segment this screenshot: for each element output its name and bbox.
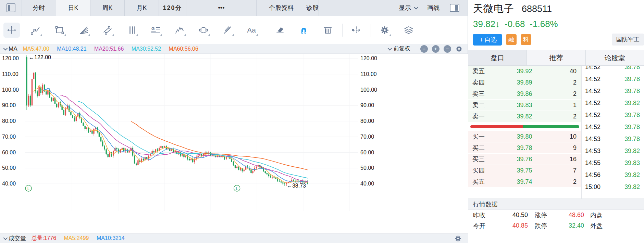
buy-level-row[interactable]: 买三 39.76 16: [468, 154, 581, 165]
sell-level-row[interactable]: 卖一 39.82 2: [468, 111, 581, 122]
zigzag-tool-button[interactable]: [171, 23, 188, 38]
md-value: 48.60: [553, 212, 584, 219]
period-tab[interactable]: 分时: [22, 0, 56, 16]
tick-price: 39.82: [624, 148, 640, 155]
volume-name[interactable]: 成交量: [9, 234, 26, 242]
move-tool-button[interactable]: [3, 23, 20, 38]
tick-price: 39.82: [624, 171, 640, 179]
level-price: 39.75: [492, 167, 557, 174]
period-tab[interactable]: 诊股: [306, 0, 319, 16]
dropdown-corner: [160, 34, 162, 36]
tick-row: 14:55 39.83: [582, 157, 644, 169]
tick-row: 14:52 39.78: [582, 73, 644, 85]
eraser-tool-button[interactable]: [272, 23, 288, 38]
stock-app: 分时 日K 周K 月K 120分: [0, 0, 644, 243]
layout-toggle-button[interactable]: [0, 0, 22, 16]
period-tab[interactable]: 个股资料: [257, 0, 306, 16]
sell-level-row[interactable]: 卖四 39.89 2: [468, 77, 581, 88]
horizontal-expand-tool-button[interactable]: [348, 23, 364, 38]
period-tab[interactable]: 月K: [125, 0, 159, 16]
gann-grid-tool-button[interactable]: G: [147, 23, 164, 38]
right-panel-toggle-icon[interactable]: [450, 4, 459, 12]
zoom-in-button[interactable]: +: [432, 45, 439, 53]
fib-fan-tool-button[interactable]: [219, 23, 236, 38]
tick-price: 39.83: [624, 159, 640, 167]
level-volume: 1: [557, 102, 577, 109]
display-menu[interactable]: 显示: [399, 4, 417, 12]
indicator-settings-button[interactable]: [455, 45, 463, 53]
buy-level-row[interactable]: 买四 39.75 7: [468, 165, 581, 176]
gann-fan-tool-button[interactable]: [75, 23, 92, 38]
star-market-badge[interactable]: 科: [521, 34, 531, 45]
indicator-name[interactable]: MA: [9, 46, 17, 52]
period-tab-label: •••: [218, 4, 225, 12]
period-tab[interactable]: 周K: [90, 0, 125, 16]
tick-time: 14:52: [585, 88, 600, 95]
adjust-mode-dropdown[interactable]: 前复权: [387, 45, 410, 52]
level-price: 39.80: [492, 133, 557, 140]
ma-value: MA30:52.52: [132, 46, 161, 52]
eraser-icon: [275, 25, 285, 35]
toolbar-divider: [371, 24, 371, 37]
panel-tab[interactable]: 盘口: [468, 50, 527, 65]
period-tabbar: 分时 日K 周K 月K 120分: [0, 0, 468, 16]
dropdown-corner: [64, 34, 66, 36]
vertical-lines-tool-button[interactable]: [123, 23, 140, 38]
draw-line-button[interactable]: 画线: [427, 4, 439, 12]
settings-tool-button[interactable]: [376, 23, 393, 38]
period-tab-label: 个股资料: [269, 4, 294, 12]
horizontal-expand-icon: [351, 25, 361, 35]
volume-settings-button[interactable]: [454, 235, 462, 242]
market-data-header: 行情数据: [468, 199, 644, 210]
layers-tool-button[interactable]: [400, 23, 417, 38]
ellipse-tool-button[interactable]: [195, 23, 212, 38]
magnet-tool-button[interactable]: [296, 23, 312, 38]
sell-level-row[interactable]: 卖五 39.92 40: [468, 66, 581, 77]
level-label: 卖三: [472, 90, 492, 98]
indicator-lines-button[interactable]: ≡: [420, 45, 428, 53]
market-data-row: 昨收 40.50 涨停 48.60 内盘: [468, 210, 644, 220]
trash-tool-button[interactable]: [320, 23, 336, 38]
sector-chip[interactable]: 国防军工: [612, 34, 644, 46]
svg-text:110.00: 110.00: [2, 71, 18, 77]
panel-tab[interactable]: 推荐: [527, 50, 585, 65]
sell-level-row[interactable]: 卖二 39.83 1: [468, 100, 581, 111]
level-label: 买三: [472, 155, 492, 163]
text-tool-button[interactable]: Aa: [243, 23, 260, 38]
buy-levels: 买一 39.80 10 买二 39.78 9 买三 39: [468, 131, 581, 188]
chart-section: 分时 日K 周K 月K 120分: [0, 0, 468, 243]
rectangle-tool-button[interactable]: [51, 23, 68, 38]
dropdown-corner: [112, 34, 114, 36]
dropdown-corner: [232, 34, 234, 36]
svg-text:110.00: 110.00: [360, 71, 377, 77]
parallel-channel-icon: [103, 25, 112, 35]
panel-tab-label: 盘口: [491, 53, 504, 63]
buy-sell-ratio: [468, 122, 581, 131]
buy-level-row[interactable]: 买二 39.78 9: [468, 142, 581, 154]
tick-price: 39.78: [624, 66, 640, 71]
level-price: 39.76: [492, 156, 557, 163]
period-tab[interactable]: 120分: [159, 0, 186, 16]
rectangle-icon: [55, 25, 64, 35]
add-watchlist-button[interactable]: ＋自选: [473, 34, 502, 46]
period-tab[interactable]: •••: [186, 0, 257, 16]
zoom-out-button[interactable]: −: [444, 45, 451, 53]
quote-panel: 天微电子 688511 39.82↓ -0.68 -1.68% ＋自选 融 科 …: [468, 0, 644, 243]
panel-tab[interactable]: 论股堂: [586, 50, 644, 65]
polyline-tool-button[interactable]: [27, 23, 44, 38]
level-label: 卖二: [472, 101, 492, 109]
candlestick-chart-canvas[interactable]: 120.00120.00110.00110.00100.00100.0090.0…: [0, 54, 468, 233]
margin-badge[interactable]: 融: [506, 34, 517, 45]
svg-text:90.00: 90.00: [2, 102, 16, 108]
buy-level-row[interactable]: 买五 39.74 2: [468, 176, 581, 188]
sell-level-row[interactable]: 卖三 39.86 2: [468, 88, 581, 100]
tick-time: 14:55: [585, 159, 600, 167]
ma-value: MA10:48.21: [57, 46, 86, 52]
svg-text:40.00: 40.00: [2, 181, 16, 187]
collapse-chevron-icon[interactable]: [3, 236, 8, 240]
buy-level-row[interactable]: 买一 39.80 10: [468, 131, 581, 142]
channel-tool-button[interactable]: [99, 23, 116, 38]
dropdown-corner: [256, 34, 258, 36]
collapse-chevron-icon[interactable]: [3, 46, 8, 51]
period-tab[interactable]: 日K: [56, 0, 90, 16]
